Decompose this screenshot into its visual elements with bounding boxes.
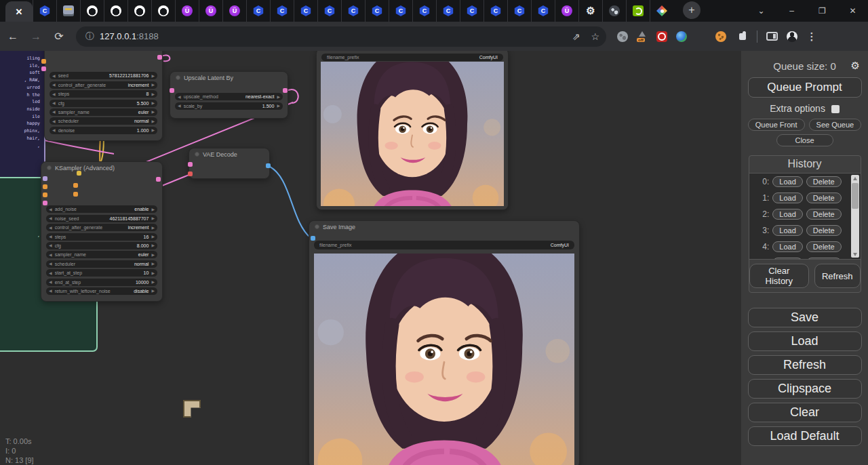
- profile-avatar-icon[interactable]: [787, 31, 797, 42]
- decrement-arrow-icon[interactable]: ◀: [52, 110, 56, 114]
- extension-icon[interactable]: [696, 31, 707, 42]
- browser-tab[interactable]: [531, 0, 555, 22]
- socket-conditioning[interactable]: [41, 59, 46, 64]
- node-widget[interactable]: ◀ cfg 5.500 ▶: [50, 100, 157, 107]
- forward-button[interactable]: →: [26, 26, 46, 47]
- ksampler-advanced-node[interactable]: KSampler (Advanced) ◀ add_noise enable ▶…: [41, 161, 163, 302]
- history-load-button[interactable]: Load: [772, 193, 802, 203]
- browser-tab[interactable]: [650, 0, 673, 22]
- increment-arrow-icon[interactable]: ▶: [151, 101, 155, 105]
- node-widget[interactable]: ◀ scheduler normal ▶: [50, 117, 157, 125]
- decrement-arrow-icon[interactable]: ◀: [52, 128, 56, 132]
- collapse-dot-icon[interactable]: [315, 224, 319, 229]
- reload-button[interactable]: ⟳: [49, 26, 69, 47]
- active-tab[interactable]: ✕: [5, 1, 33, 22]
- increment-arrow-icon[interactable]: ▶: [151, 207, 155, 211]
- browser-tab[interactable]: [389, 0, 412, 22]
- decrement-arrow-icon[interactable]: ◀: [52, 119, 56, 123]
- browser-tab[interactable]: [222, 0, 246, 22]
- socket-conditioning-out[interactable]: [73, 183, 78, 188]
- node-widget[interactable]: ◀ sampler_name euler ▶: [50, 108, 157, 116]
- socket-samples-in[interactable]: [188, 162, 193, 167]
- increment-arrow-icon[interactable]: ▶: [151, 128, 155, 132]
- window-control-button[interactable]: –: [776, 0, 807, 22]
- side-panel-icon[interactable]: [766, 32, 778, 41]
- decrement-arrow-icon[interactable]: ◀: [178, 104, 181, 108]
- scrollbar-thumb[interactable]: [852, 183, 859, 209]
- browser-menu-icon[interactable]: ⋮: [806, 31, 817, 42]
- history-load-button[interactable]: Load: [772, 241, 802, 252]
- positive-prompt-text[interactable]: ilingile,soft, RAW,urredh thelednsideile…: [0, 51, 44, 149]
- increment-arrow-icon[interactable]: ▶: [151, 92, 155, 96]
- new-tab-button[interactable]: +: [683, 1, 701, 19]
- browser-tab[interactable]: [507, 0, 531, 22]
- node-widget[interactable]: ◀ scale_by 1.500 ▶: [175, 102, 283, 110]
- socket-conditioning-out[interactable]: [73, 192, 78, 197]
- refresh-history-button[interactable]: Refresh: [814, 264, 861, 288]
- decrement-arrow-icon[interactable]: ◀: [49, 289, 52, 293]
- increment-arrow-icon[interactable]: ▶: [151, 83, 155, 87]
- menu-button[interactable]: Clipspace: [748, 379, 862, 399]
- browser-tab[interactable]: [80, 0, 104, 22]
- increment-arrow-icon[interactable]: ▶: [151, 262, 155, 266]
- collapse-dot-icon[interactable]: [47, 165, 52, 170]
- browser-tab[interactable]: [127, 0, 151, 22]
- node-widget[interactable]: ◀ upscale_method nearest-exact ▶: [175, 93, 283, 100]
- decrement-arrow-icon[interactable]: ◀: [52, 101, 56, 105]
- browser-tab[interactable]: [341, 0, 365, 22]
- history-load-button[interactable]: Load: [772, 225, 802, 236]
- node-widget[interactable]: ◀ control_after_generate increment ▶: [46, 224, 157, 231]
- decrement-arrow-icon[interactable]: ◀: [49, 207, 52, 211]
- increment-arrow-icon[interactable]: ▶: [151, 253, 155, 257]
- decrement-arrow-icon[interactable]: ◀: [52, 83, 56, 87]
- browser-tab[interactable]: [175, 0, 199, 22]
- node-widget[interactable]: ◀ cfg 8.000 ▶: [46, 242, 157, 249]
- menu-button[interactable]: Save: [748, 308, 862, 327]
- node-widget[interactable]: ◀ denoise 1.000 ▶: [50, 127, 157, 134]
- node-widget[interactable]: ◀ return_with_leftover_noise disable ▶: [46, 287, 157, 295]
- increment-arrow-icon[interactable]: ▶: [151, 216, 155, 220]
- increment-arrow-icon[interactable]: ▶: [277, 95, 280, 99]
- browser-tab[interactable]: [412, 0, 436, 22]
- close-button[interactable]: Close: [776, 134, 833, 146]
- history-delete-button[interactable]: Delete: [806, 176, 842, 187]
- browser-tab[interactable]: [602, 0, 626, 22]
- clear-history-button[interactable]: Clear History: [749, 264, 809, 288]
- increment-arrow-icon[interactable]: ▶: [151, 110, 155, 114]
- share-icon[interactable]: ⇗: [572, 31, 580, 42]
- queue-prompt-button[interactable]: Queue Prompt: [748, 77, 862, 98]
- node-graph-canvas[interactable]: ilingile,soft, RAW,urredh thelednsideile…: [0, 51, 868, 465]
- browser-tab[interactable]: [460, 0, 484, 22]
- node-widget[interactable]: ◀ start_at_step 10 ▶: [46, 269, 157, 277]
- window-control-button[interactable]: ❐: [807, 0, 837, 22]
- increment-arrow-icon[interactable]: ▶: [151, 74, 155, 78]
- node-widget[interactable]: ◀ seed 578122121881706 ▶: [50, 72, 157, 79]
- decrement-arrow-icon[interactable]: ◀: [49, 271, 52, 275]
- socket-positive-in[interactable]: [43, 184, 47, 189]
- decrement-arrow-icon[interactable]: ◀: [52, 74, 56, 78]
- queue-front-button[interactable]: Queue Front: [748, 119, 805, 131]
- menu-button[interactable]: Load Default: [748, 426, 862, 446]
- decrement-arrow-icon[interactable]: ◀: [49, 280, 52, 284]
- scroll-down-icon[interactable]: [851, 251, 859, 258]
- history-delete-button[interactable]: Delete: [806, 193, 842, 203]
- settings-gear-icon[interactable]: ⚙: [851, 60, 860, 72]
- browser-tab[interactable]: [365, 0, 389, 22]
- browser-tab[interactable]: [578, 0, 602, 22]
- decrement-arrow-icon[interactable]: ◀: [49, 216, 52, 220]
- browser-tab[interactable]: [436, 0, 460, 22]
- save-image-node[interactable]: Save Image filename_prefix ComfyUI: [309, 220, 580, 465]
- decrement-arrow-icon[interactable]: ◀: [49, 226, 52, 230]
- increment-arrow-icon[interactable]: ▶: [151, 119, 155, 123]
- extension-icon[interactable]: [637, 31, 648, 42]
- extension-icon[interactable]: [715, 31, 726, 42]
- browser-tab[interactable]: [56, 0, 80, 22]
- decrement-arrow-icon[interactable]: ◀: [178, 95, 181, 99]
- address-bar[interactable]: ⓘ 127.0.0.1:8188 ⇗ ☆: [76, 26, 606, 47]
- filename-prefix-widget[interactable]: filename_prefix ComfyUI: [321, 54, 503, 61]
- url-text[interactable]: 127.0.0.1:8188: [100, 31, 561, 41]
- socket-images-in[interactable]: [311, 236, 315, 241]
- see-queue-button[interactable]: See Queue: [809, 119, 862, 131]
- increment-arrow-icon[interactable]: ▶: [151, 289, 155, 293]
- socket-latent-in[interactable]: [43, 201, 47, 205]
